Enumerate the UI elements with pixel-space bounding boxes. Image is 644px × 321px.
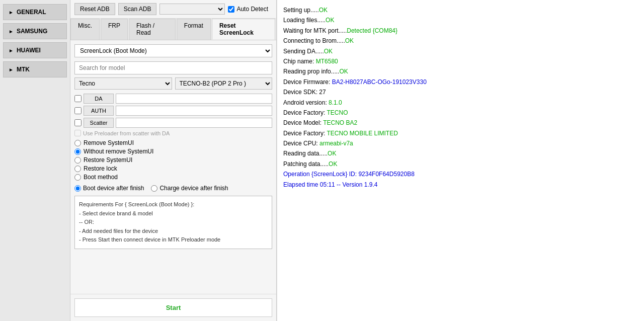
da-button[interactable]: DA	[84, 94, 114, 104]
boot-device-text: Boot device after finish	[83, 185, 144, 192]
radio-row-4: Boot method	[74, 174, 272, 181]
content-area: ScreenLock (Boot Mode) ScreenLock (Meta …	[70, 40, 276, 294]
start-button[interactable]: Start	[74, 298, 272, 317]
radio-label-1: Without remove SystemUI	[84, 148, 153, 155]
sidebar-item-mtk[interactable]: ► MTK	[3, 61, 67, 77]
sidebar-item-label: SAMSUNG	[17, 28, 47, 35]
auth-checkbox[interactable]	[74, 107, 82, 114]
tab-misc[interactable]: Misc.	[70, 19, 100, 40]
port-select[interactable]	[159, 4, 225, 15]
chevron-right-icon: ►	[9, 48, 14, 53]
chevron-right-icon: ►	[9, 67, 14, 72]
model-select[interactable]: TECNO-B2 (POP 2 Pro ) TECNO-B1 (POP 1)	[175, 77, 273, 90]
tab-reset-screenlock[interactable]: Reset ScreenLock	[212, 19, 275, 40]
radio-boot-method[interactable]	[74, 174, 81, 181]
requirements-line-0: - Select device brand & model	[79, 209, 268, 218]
tab-frp[interactable]: FRP	[101, 19, 128, 40]
auto-detect-wrap: Auto Detect	[228, 6, 268, 13]
scan-adb-button[interactable]: Scan ADB	[118, 3, 157, 15]
scatter-button[interactable]: Scatter	[84, 118, 114, 128]
requirements-line-2: - Add needed files for the device	[79, 227, 268, 236]
chevron-right-icon: ►	[9, 29, 14, 34]
radio-label-2: Restore SystemUI	[84, 156, 132, 164]
charge-device-text: Charge device after finish	[159, 185, 228, 192]
radio-label-0: Remove SystemUI	[84, 139, 134, 146]
log-panel: Setting up.....OKLoading files.....OKWai…	[277, 0, 644, 321]
tab-format[interactable]: Format	[177, 19, 211, 40]
requirements-title: Requirements For { ScreenLock (Boot Mode…	[79, 200, 268, 209]
sidebar-item-label: HUAWEI	[17, 47, 41, 54]
brand-select[interactable]: Tecno Samsung Huawei Xiaomi	[74, 77, 172, 90]
scatter-checkbox[interactable]	[74, 119, 82, 126]
preloader-row: Use Preloader from scatter with DA	[74, 130, 272, 136]
search-model-input[interactable]	[74, 61, 272, 74]
reset-adb-button[interactable]: Reset ADB	[74, 3, 115, 15]
requirements-box: Requirements For { ScreenLock (Boot Mode…	[74, 196, 272, 249]
requirements-line-1: -- OR:	[79, 218, 268, 227]
radio-row-1: Without remove SystemUI	[74, 148, 272, 155]
radio-row-0: Remove SystemUI	[74, 139, 272, 146]
da-file-input[interactable]	[116, 94, 272, 104]
scatter-row: Scatter	[74, 118, 272, 128]
radio-label-3: Restore lock	[84, 165, 117, 172]
sidebar-item-huawei[interactable]: ► HUAWEI	[3, 42, 67, 58]
sidebar-item-label: GENERAL	[17, 9, 46, 16]
radio-charge-device[interactable]	[151, 185, 157, 192]
radio-label-4: Boot method	[84, 174, 118, 181]
da-checkbox[interactable]	[74, 95, 82, 102]
auto-detect-label: Auto Detect	[236, 6, 268, 13]
radio-row-2: Restore SystemUI	[74, 156, 272, 164]
radio-boot-device[interactable]	[74, 185, 81, 192]
radio-row-3: Restore lock	[74, 165, 272, 172]
tabs: Misc. FRP Flash / Read Format Reset Scre…	[70, 19, 276, 40]
sidebar: ► GENERAL ► SAMSUNG ► HUAWEI ► MTK	[0, 0, 70, 321]
boot-device-label[interactable]: Boot device after finish	[74, 185, 144, 192]
charge-device-label[interactable]: Charge device after finish	[151, 185, 228, 192]
radio-without-remove-systemui[interactable]	[74, 148, 81, 155]
radio-remove-systemui[interactable]	[74, 140, 81, 146]
sidebar-item-label: MTK	[17, 66, 30, 73]
auto-detect-checkbox[interactable]	[228, 6, 234, 13]
sidebar-item-samsung[interactable]: ► SAMSUNG	[3, 23, 67, 39]
top-bar: Reset ADB Scan ADB Auto Detect	[70, 0, 276, 19]
da-row: DA	[74, 94, 272, 104]
radio-restore-systemui[interactable]	[74, 157, 81, 164]
main-panel: Reset ADB Scan ADB Auto Detect Misc. FRP…	[70, 0, 277, 321]
radio-group: Remove SystemUI Without remove SystemUI …	[74, 139, 272, 181]
boot-options-row: Boot device after finish Charge device a…	[74, 185, 272, 192]
preloader-label: Use Preloader from scatter with DA	[83, 130, 170, 136]
tab-flash-read[interactable]: Flash / Read	[129, 19, 176, 40]
requirements-line-3: - Press Start then connect device in MTK…	[79, 235, 268, 245]
chevron-right-icon: ►	[9, 10, 14, 15]
radio-restore-lock[interactable]	[74, 166, 81, 172]
scatter-file-input[interactable]	[116, 118, 272, 128]
mode-select[interactable]: ScreenLock (Boot Mode) ScreenLock (Meta …	[74, 44, 272, 57]
auth-button[interactable]: AUTH	[84, 106, 114, 116]
auth-row: AUTH	[74, 106, 272, 116]
sidebar-item-general[interactable]: ► GENERAL	[3, 4, 67, 20]
brand-model-row: Tecno Samsung Huawei Xiaomi TECNO-B2 (PO…	[74, 77, 272, 90]
auth-file-input[interactable]	[116, 106, 272, 116]
start-btn-wrap: Start	[70, 294, 276, 321]
preloader-checkbox	[74, 130, 81, 136]
